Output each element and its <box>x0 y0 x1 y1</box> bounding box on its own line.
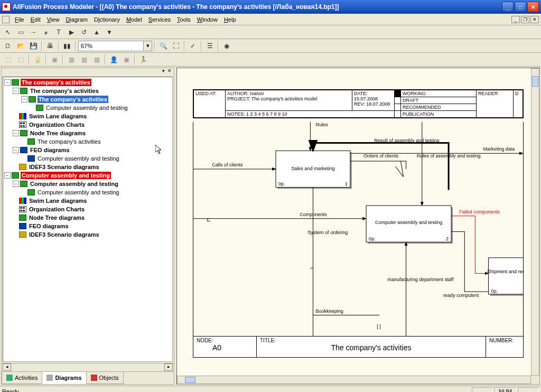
vertical-scrollbar[interactable] <box>531 68 539 376</box>
zoom-value: 67% <box>81 43 92 49</box>
tree-item-selected[interactable]: −The company's activities <box>3 95 172 104</box>
menu-file[interactable]: File <box>12 15 27 24</box>
mdi-minimize[interactable]: _ <box>511 16 520 23</box>
close-button[interactable]: ✕ <box>527 2 539 12</box>
menu-diagram[interactable]: Diagram <box>62 15 91 24</box>
chevron-down-icon: ▾ <box>143 41 152 51</box>
mm-lock[interactable]: 🔒 <box>32 54 43 66</box>
mm-btn6[interactable]: ▦ <box>91 54 102 66</box>
down-tool[interactable]: ▼ <box>104 26 115 38</box>
print-button[interactable]: 🖶 <box>44 40 56 52</box>
menu-logo-icon <box>2 16 10 23</box>
zoom-fit-icon[interactable]: ⛶ <box>170 40 182 52</box>
mm-btn3[interactable]: ▣ <box>49 54 60 66</box>
svg-text:0р.: 0р. <box>491 288 498 294</box>
menu-help[interactable]: Help <box>221 15 239 24</box>
zoom-select[interactable]: 67% ▾ <box>78 41 152 51</box>
palette-button[interactable]: ▮▮ <box>61 40 73 52</box>
tree-item[interactable]: Organization Charts <box>3 120 172 129</box>
model-explorer-button[interactable]: ☰ <box>204 40 216 52</box>
save-button[interactable]: 💾 <box>27 40 39 52</box>
mm-btn4[interactable]: ▦ <box>66 54 77 66</box>
tree-item[interactable]: Swim Lane diagrams <box>3 197 172 205</box>
new-button[interactable]: 🗋 <box>2 40 14 52</box>
hdr-rec: RECOMMENDED <box>401 104 477 111</box>
hdr-pub: PUBLICATION <box>401 111 477 118</box>
tree-item[interactable]: The company's activities <box>3 137 172 146</box>
menu-window[interactable]: Window <box>194 15 221 24</box>
tree-item-root2[interactable]: −Computer assembly and testing <box>3 171 172 180</box>
tree-item[interactable]: Computer assembly and testing <box>3 104 172 112</box>
tree-item[interactable]: −Computer assembly and testing <box>3 180 172 188</box>
titlebar: AllFusion Process Modeler - [(A0) The co… <box>0 0 541 14</box>
status-cell <box>518 387 539 393</box>
svg-text:Result of assembly and testing: Result of assembly and testing <box>374 138 439 143</box>
svg-text:ready computers: ready computers <box>443 293 479 298</box>
diagram-footer: NODE:A0 TITLE:The company's activities N… <box>193 337 524 358</box>
tree-view[interactable]: −The company's activities −The company's… <box>3 77 173 362</box>
mm-run-icon[interactable]: 🏃 <box>137 54 149 66</box>
svg-text:0р.: 0р. <box>369 236 376 241</box>
tree-item[interactable]: −FEO diagrams <box>3 146 172 154</box>
squiggle-tool[interactable]: ҂ <box>40 26 52 38</box>
tree-item[interactable]: FEO diagrams <box>3 222 172 230</box>
menu-tools[interactable]: Tools <box>174 15 194 24</box>
mdi-restore[interactable]: ❐ <box>521 16 529 23</box>
svg-text:Marketing data: Marketing data <box>483 146 515 152</box>
mm-person-icon[interactable]: 👤 <box>108 54 119 66</box>
sidebar-tabs: Activities Diagrams Objects <box>2 371 174 384</box>
mm-btn2[interactable]: ⬚ <box>15 54 26 66</box>
hdr-working: WORKING <box>401 90 477 97</box>
tree-item[interactable]: Node Tree diagrams <box>3 213 172 222</box>
tree-item-root[interactable]: −The company's activities <box>3 78 172 87</box>
pointer-tool[interactable]: ↖ <box>2 26 14 38</box>
maximize-button[interactable]: □ <box>515 2 526 12</box>
text-tool[interactable]: T <box>53 26 64 38</box>
tree-item[interactable]: Swim Lane diagrams <box>3 112 172 120</box>
tab-objects[interactable]: Objects <box>86 372 124 384</box>
hdr-reader: READER <box>477 90 514 118</box>
horizontal-scrollbar[interactable] <box>177 376 531 384</box>
hdr-d: D <box>514 90 523 118</box>
mm-btn5[interactable]: ▦ <box>78 54 90 66</box>
tree-item[interactable]: Computer assembly and testing <box>3 154 172 163</box>
svg-text:System of ordering: System of ordering <box>307 230 348 235</box>
minimize-button[interactable]: _ <box>502 2 514 12</box>
play-tool[interactable]: ▶ <box>66 26 77 38</box>
tree-item[interactable]: Computer assembly and testing <box>3 188 172 197</box>
menu-edit[interactable]: Edit <box>27 15 44 24</box>
menu-model[interactable]: Model <box>123 15 145 24</box>
svg-text:Sales and marketing: Sales and marketing <box>291 166 335 171</box>
tree-item[interactable]: IDEF3 Scenario diagrams <box>3 163 172 171</box>
zoom-in-icon[interactable]: 🔍 <box>157 40 169 52</box>
undo-button[interactable]: ↺ <box>78 26 90 38</box>
open-button[interactable]: 📂 <box>15 40 26 52</box>
menubar: File Edit View Diagram Dictionary Model … <box>0 14 541 25</box>
tree-item[interactable]: Organization Charts <box>3 205 172 213</box>
tree-item[interactable]: −The company's activities <box>3 87 172 95</box>
sidebar-close-icon[interactable]: ✕ <box>166 68 173 74</box>
tab-diagrams[interactable]: Diagrams <box>42 372 86 384</box>
up-tool[interactable]: ▲ <box>91 26 102 38</box>
svg-text:Rules of assembly and testing: Rules of assembly and testing <box>417 153 481 158</box>
statusbar: Ready NUM <box>0 386 541 392</box>
tree-item[interactable]: −Node Tree diagrams <box>3 129 172 137</box>
arrow-tool[interactable]: → <box>27 26 39 38</box>
activity-tool[interactable]: ▭ <box>15 26 26 38</box>
swirl-button[interactable]: ◉ <box>221 40 232 52</box>
tree-hscroll[interactable]: ◂▸ <box>2 363 174 371</box>
mdi-close[interactable]: ✕ <box>530 16 539 23</box>
menu-dictionary[interactable]: Dictionary <box>91 15 123 24</box>
menu-view[interactable]: View <box>44 15 63 24</box>
diagram-canvas[interactable]: USED AT: AUTHOR: Ivanov PROJECT: The com… <box>176 68 540 385</box>
status-num: NUM <box>494 387 517 393</box>
mm-btn1[interactable]: ⬚ <box>2 54 14 66</box>
tab-activities[interactable]: Activities <box>2 372 42 384</box>
svg-text:[ ]: [ ] <box>377 324 381 329</box>
menu-services[interactable]: Services <box>145 15 174 24</box>
mm-btn7[interactable]: ▣ <box>120 54 132 66</box>
sidebar-dock-icon[interactable]: ▾ <box>160 68 166 74</box>
spellcheck-button[interactable]: ✓ <box>187 40 199 52</box>
tree-item[interactable]: IDEF3 Scenario diagrams <box>3 230 172 239</box>
toolbar-modelmart: ⬚ ⬚ 🔒 ▣ ▦ ▦ ▦ 👤 ▣ 🏃 <box>0 53 541 67</box>
